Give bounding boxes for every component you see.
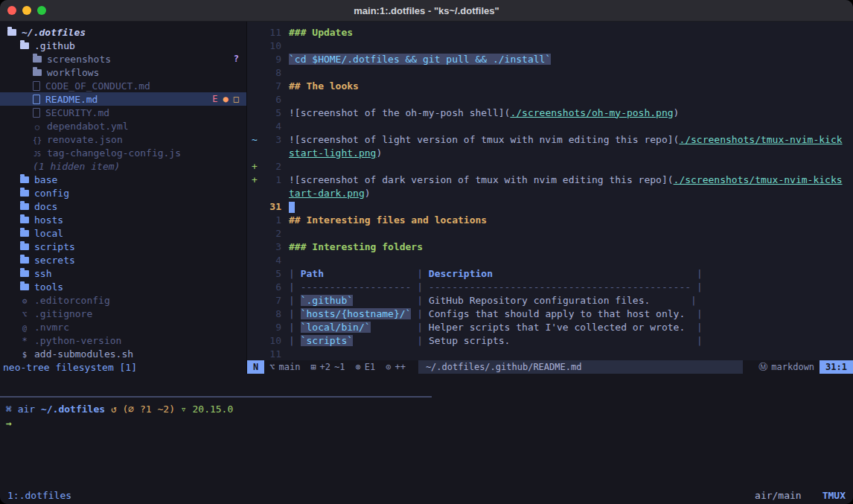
traffic-lights (7, 0, 46, 21)
editor-line[interactable]: 31 (247, 200, 853, 213)
tree-item-label: CODE_OF_CONDUCT.md (45, 80, 150, 92)
tree-item-add-submodules-sh[interactable]: add-submodules.sh (0, 347, 246, 360)
editor-line[interactable]: 8 (247, 66, 853, 79)
editor-pane: 11### Updates109`cd $HOME/.dotfiles && g… (247, 22, 853, 374)
editor-line[interactable]: 8| `hosts/{hostname}/` | Configs that sh… (247, 307, 853, 320)
tree-item-dependabot-yml[interactable]: dependabot.yml (0, 119, 246, 133)
file-path: ~/.dotfiles/.github/README.md (418, 360, 743, 374)
line-number: 9 (262, 54, 281, 65)
line-text: ![screenshot of the oh-my-posh shell](./… (281, 107, 679, 118)
tree-item-1-hidden-item[interactable]: (1 hidden item) (0, 159, 246, 173)
editor-line[interactable]: 6 (247, 92, 853, 106)
gutter-sign: ~ (247, 134, 262, 145)
close-button[interactable] (7, 6, 16, 15)
tmux-session-name: air/main (755, 490, 802, 501)
editor-line[interactable]: start-light.png) (247, 146, 853, 159)
gear-icon (20, 295, 29, 306)
editor-lines[interactable]: 11### Updates109`cd $HOME/.dotfiles && g… (247, 22, 853, 360)
minimize-button[interactable] (22, 6, 31, 15)
tree-item-label: README.md (45, 94, 98, 105)
tree-item-code-of-conduct-md[interactable]: CODE_OF_CONDUCT.md (0, 79, 246, 92)
tree-item-security-md[interactable]: SECURITY.md (0, 106, 246, 119)
tree-item-label: SECURITY.md (45, 107, 109, 118)
file-tree[interactable]: ~/.dotfiles.githubscreenshots?workflowsC… (0, 22, 246, 360)
tree-item-renovate-json[interactable]: renovate.json (0, 133, 246, 146)
editor-line[interactable]: 10| `scripts` | Setup scripts. | (247, 334, 853, 347)
at-icon (20, 322, 29, 333)
editor-line[interactable]: 5| Path | Description | (247, 267, 853, 280)
tree-item-scripts[interactable]: scripts (0, 240, 246, 253)
tree-item-label: screenshots (47, 54, 111, 65)
editor-line[interactable]: 5![screenshot of the oh-my-posh shell](.… (247, 106, 853, 119)
line-number: 6 (262, 94, 281, 105)
editor-line[interactable]: ~3![screenshot of light version of tmux … (247, 133, 853, 146)
tree-item-config[interactable]: config (0, 186, 246, 200)
tree-item-docs[interactable]: docs (0, 200, 246, 213)
editor-line[interactable]: 9`cd $HOME/.dotfiles && git pull && ./in… (247, 52, 853, 66)
shell-pane[interactable]: ⌘ air ~/.dotfiles ↺ (⌀ ?1 ~2) ▿ 20.15.0 … (0, 398, 853, 486)
tree-item-label: .gitignore (34, 308, 92, 319)
editor-line[interactable]: 11### Updates (247, 25, 853, 39)
editor-line[interactable]: 9| `local/bin/` | Helper scripts that I'… (247, 320, 853, 334)
line-number: 7 (262, 80, 281, 92)
tree-item-hosts[interactable]: hosts (0, 213, 246, 226)
line-text: | `.github` | GitHub Repository configur… (281, 295, 697, 306)
mode-indicator: N (247, 360, 264, 374)
line-text: ### Interesting folders (281, 241, 423, 252)
editor-line[interactable]: 4 (247, 253, 853, 267)
line-number: 8 (262, 308, 281, 319)
line-number: 9 (262, 322, 281, 333)
line-text: `cd $HOME/.dotfiles && git pull && ./ins… (281, 54, 551, 65)
tree-item-readme-md[interactable]: README.mdE●□ (0, 92, 246, 106)
editor-line[interactable]: 11 (247, 347, 853, 360)
tree-item-label: tag-changelog-config.js (47, 147, 181, 159)
titlebar: main:1:.dotfiles - "ks~/.dotfiles" (0, 0, 853, 22)
tree-item-tools[interactable]: tools (0, 280, 246, 293)
tree-item-label: workflows (47, 67, 99, 78)
tmux-window-label[interactable]: 1:.dotfiles (7, 490, 71, 501)
tree-item-gitignore[interactable]: .gitignore (0, 307, 246, 320)
zoom-button[interactable] (37, 6, 46, 15)
editor-line[interactable]: tart-dark.png) (247, 186, 853, 200)
command-line (0, 374, 853, 396)
tree-item-label: config (34, 188, 69, 199)
tree-item-tag-changelog-config-js[interactable]: tag-changelog-config.js (0, 146, 246, 159)
editor-line[interactable]: 2 (247, 226, 853, 240)
folder-icon (20, 230, 29, 237)
editor-line[interactable]: +2 (247, 159, 853, 173)
tree-item-screenshots[interactable]: screenshots? (0, 52, 246, 66)
file-icon (33, 108, 40, 118)
line-number: 5 (262, 268, 281, 279)
folder-icon (20, 42, 29, 49)
tree-item-label: .github (34, 40, 75, 51)
editor-line[interactable]: 10 (247, 39, 853, 52)
editor-line[interactable]: 3### Interesting folders (247, 240, 853, 253)
editor-line[interactable]: +1![screenshot of dark version of tmux w… (247, 173, 853, 186)
editor-line[interactable]: 1## Interesting files and locations (247, 213, 853, 226)
plugin-segment: ⊙++ (380, 360, 411, 374)
tree-item-label: add-submodules.sh (34, 348, 133, 360)
editor-line[interactable]: 7## The looks (247, 79, 853, 92)
tree-item-ssh[interactable]: ssh (0, 267, 246, 280)
editor-line[interactable]: 7| `.github` | GitHub Repository configu… (247, 293, 853, 307)
tree-item-editorconfig[interactable]: .editorconfig (0, 293, 246, 307)
editor-line[interactable]: 4 (247, 119, 853, 133)
tree-item-base[interactable]: base (0, 173, 246, 186)
git-icon (20, 308, 29, 319)
editor-line[interactable]: 6| ------------------- | ---------------… (247, 280, 853, 293)
tree-item-secrets[interactable]: secrets (0, 253, 246, 267)
folder-open-icon (7, 29, 16, 36)
tree-item-local[interactable]: local (0, 226, 246, 240)
tree-item-python-version[interactable]: .python-version (0, 334, 246, 347)
tree-item-github[interactable]: .github (0, 39, 246, 52)
node-version: 20.15.0 (192, 403, 233, 415)
diagnostics-count: E1 (365, 362, 375, 372)
cursor-position: 31:1 (820, 360, 853, 374)
line-number: 1 (262, 214, 281, 226)
tree-item-dotfiles[interactable]: ~/.dotfiles (0, 25, 246, 39)
line-text: | `hosts/{hostname}/` | Configs that sho… (281, 308, 703, 319)
tree-item-workflows[interactable]: workflows (0, 66, 246, 79)
tree-item-nvmrc[interactable]: .nvmrc (0, 320, 246, 334)
line-text (281, 200, 295, 213)
tmux-status-bar: 1:.dotfiles air/main TMUX (0, 486, 853, 504)
